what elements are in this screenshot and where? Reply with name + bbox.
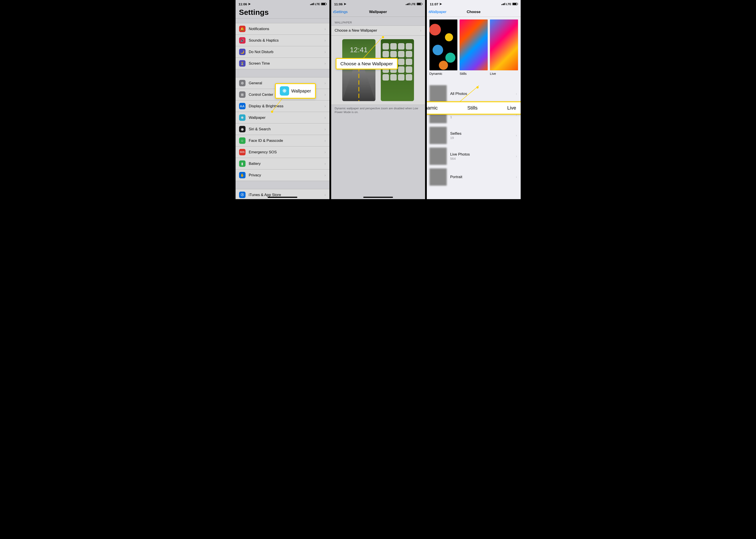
network-label: LTE: [410, 2, 416, 6]
chevron-right-icon: ›: [324, 61, 326, 66]
settings-row-screen-time[interactable]: ⏳Screen Time›: [235, 58, 329, 69]
row-icon: AA: [239, 103, 245, 109]
album-count: 1: [450, 115, 516, 119]
location-icon: ➤: [248, 2, 251, 6]
chevron-right-icon: ›: [516, 175, 517, 179]
settings-row-notifications[interactable]: 🔔Notifications›: [235, 23, 329, 35]
settings-screen: 11:06➤ LTE Settings 🔔Notifications›🔊Soun…: [235, 0, 329, 199]
settings-row-privacy[interactable]: ✋Privacy›: [235, 170, 329, 181]
row-icon: ☺: [239, 137, 245, 144]
chevron-right-icon: ›: [516, 133, 517, 138]
chevron-right-icon: ›: [324, 193, 326, 197]
settings-row-do-not-disturb[interactable]: 🌙Do Not Disturb›: [235, 46, 329, 58]
settings-row-display-brightness[interactable]: AADisplay & Brightness›: [235, 101, 329, 112]
album-name: Selfies: [450, 131, 516, 136]
chevron-right-icon: ›: [324, 27, 326, 31]
row-label: Choose a New Wallpaper: [335, 28, 420, 33]
wallpaper-previews: 12:41: [331, 36, 425, 105]
row-icon: ⏳: [239, 60, 245, 67]
chevron-right-icon: ›: [324, 38, 326, 43]
settings-row-emergency-sos[interactable]: SOSEmergency SOS›: [235, 146, 329, 158]
back-label: Settings: [334, 10, 348, 14]
row-icon: ✋: [239, 172, 245, 178]
back-label: Wallpaper: [430, 10, 447, 14]
chevron-right-icon: ›: [324, 138, 326, 143]
row-label: Battery: [249, 162, 324, 166]
chevron-right-icon: ›: [324, 173, 326, 178]
row-icon: ◉: [239, 126, 245, 132]
location-icon: ➤: [344, 2, 346, 6]
album-count: 19: [450, 136, 516, 140]
settings-row-face-id-passcode[interactable]: ☺Face ID & Passcode›: [235, 135, 329, 146]
chevron-right-icon: ›: [324, 50, 326, 54]
row-icon: ⚙︎: [239, 80, 245, 86]
row-icon: 🔊: [239, 37, 245, 43]
type-live[interactable]: Live: [490, 20, 518, 75]
section-footer: Dynamic wallpaper and perspective zoom a…: [331, 105, 425, 116]
home-indicator[interactable]: [268, 197, 297, 198]
chevron-right-icon: ›: [324, 150, 326, 154]
row-label: Screen Time: [249, 61, 324, 66]
signal-icon: [406, 3, 410, 5]
chevron-right-icon: ›: [324, 127, 326, 131]
nav-bar: ‹Wallpaper Choose: [427, 7, 521, 17]
row-label: Sounds & Haptics: [249, 38, 324, 43]
status-bar: 11:06➤ LTE: [331, 0, 425, 7]
row-icon: ⊞: [239, 91, 245, 98]
album-thumb: [430, 148, 447, 165]
callout-label: Choose a New Wallpaper: [340, 61, 393, 66]
callout-label: Stills: [467, 105, 477, 111]
album-portrait[interactable]: Portrait›: [427, 167, 521, 188]
row-icon: 🔔: [239, 26, 245, 32]
type-label: Stills: [460, 72, 488, 75]
status-time: 11:06: [334, 2, 343, 6]
battery-icon: [512, 3, 518, 5]
home-indicator[interactable]: [363, 197, 393, 198]
row-icon: 🌙: [239, 49, 245, 55]
row-label: Notifications: [249, 27, 324, 31]
settings-row-wallpaper[interactable]: ❋Wallpaper›: [235, 112, 329, 123]
settings-row-sounds-haptics[interactable]: 🔊Sounds & Haptics›: [235, 35, 329, 46]
network-label: LTE: [315, 2, 320, 6]
type-stills[interactable]: Stills: [460, 20, 488, 75]
status-time: 11:06: [239, 2, 247, 6]
chevron-right-icon: ›: [324, 93, 326, 97]
chevron-right-icon: ›: [324, 81, 326, 85]
album-thumb: [430, 85, 447, 103]
battery-icon: [321, 3, 326, 5]
page-title: Settings: [235, 7, 329, 19]
type-dynamic[interactable]: Dynamic: [430, 20, 458, 75]
type-label: Live: [490, 72, 518, 75]
row-icon: SOS: [239, 149, 245, 155]
status-bar: 11:07➤ LTE: [427, 0, 521, 7]
row-label: Siri & Search: [249, 127, 324, 131]
row-label: Privacy: [249, 173, 324, 178]
back-button[interactable]: ‹Wallpaper: [429, 9, 447, 15]
battery-icon: [417, 3, 422, 5]
settings-row-siri-search[interactable]: ◉Siri & Search›: [235, 123, 329, 135]
callout-wallpaper: ❋ Wallpaper: [275, 83, 316, 99]
callout-choose: Choose a New Wallpaper: [336, 58, 398, 69]
row-label: iTunes & App Store: [249, 193, 324, 197]
row-label: Wallpaper: [249, 116, 324, 120]
chevron-right-icon: ›: [420, 28, 422, 33]
row-icon: ▮: [239, 160, 245, 167]
settings-row-battery[interactable]: ▮Battery›: [235, 158, 329, 170]
lock-screen-preview[interactable]: 12:41: [342, 39, 376, 101]
wallpaper-icon: ❋: [280, 86, 289, 96]
back-button[interactable]: ‹Settings: [333, 9, 348, 15]
album-name: All Photos: [450, 92, 516, 96]
nav-bar: ‹Settings Wallpaper: [331, 7, 425, 17]
choose-wallpaper-row[interactable]: Choose a New Wallpaper ›: [331, 26, 425, 36]
signal-icon: [310, 3, 314, 5]
callout-label: Live: [507, 105, 516, 111]
album-count: 564: [450, 157, 516, 160]
chevron-right-icon: ›: [324, 116, 326, 120]
home-screen-preview[interactable]: [381, 39, 414, 101]
chevron-right-icon: ›: [324, 104, 326, 109]
chevron-right-icon: ›: [516, 154, 517, 158]
live-thumb: [490, 20, 518, 70]
callout-label: Wallpaper: [291, 89, 311, 94]
album-live-photos[interactable]: Live Photos564›: [427, 146, 521, 167]
album-selfies[interactable]: Selfies19›: [427, 125, 521, 146]
